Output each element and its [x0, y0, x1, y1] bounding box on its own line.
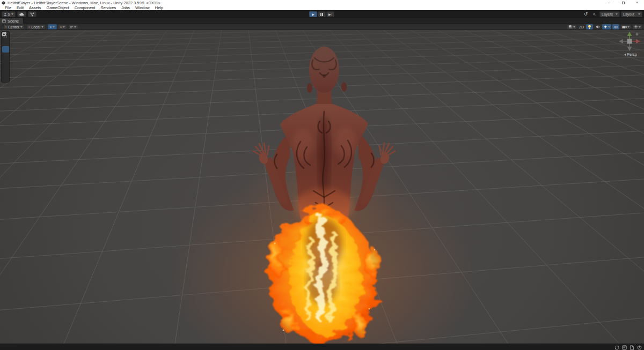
gizmos-icon — [634, 25, 638, 29]
account-dropdown[interactable]: S — [2, 11, 16, 17]
chevron-down-icon — [639, 26, 641, 28]
unity-logo-icon — [2, 1, 5, 5]
menu-component[interactable]: Component — [72, 5, 98, 10]
lighting-toggle[interactable] — [586, 24, 593, 29]
projection-label: Persp — [627, 53, 636, 56]
chevron-down-icon — [627, 26, 630, 28]
audio-icon — [596, 25, 600, 29]
2d-toggle[interactable]: 2D — [578, 24, 585, 29]
titlebar: HellfritSlayer - HellfritSlayerScene - W… — [0, 0, 644, 5]
sync-icon[interactable] — [614, 345, 619, 350]
gizmo-center-cube[interactable] — [627, 39, 632, 44]
chevron-down-icon — [74, 26, 76, 28]
pivot-icon — [5, 25, 7, 29]
chevron-down-icon — [20, 26, 23, 28]
menu-help[interactable]: Help — [152, 5, 166, 10]
snap-icon — [60, 25, 62, 29]
axis-neg-x-cone[interactable] — [619, 39, 623, 43]
account-label: S — [8, 12, 10, 16]
gizmos-dropdown[interactable] — [632, 24, 642, 29]
menu-edit[interactable]: Edit — [14, 5, 26, 10]
chevron-down-icon — [616, 13, 618, 15]
pause-button[interactable] — [318, 11, 326, 17]
2d-label: 2D — [579, 25, 584, 29]
chevron-down-icon — [63, 26, 65, 28]
orientation-icon — [28, 25, 30, 29]
scene-overlay-toolbar: Center Local 2D — [0, 24, 644, 30]
layers-label: Layers — [602, 12, 613, 16]
scene-view-controls: 2D — [567, 24, 642, 29]
layers-dropdown[interactable]: Layers — [599, 11, 620, 17]
maximize-icon — [622, 2, 625, 4]
pivot-dropdown[interactable]: Center — [3, 24, 25, 29]
scale-tool-button[interactable] — [2, 60, 9, 66]
camera-settings-icon — [622, 25, 627, 29]
pane-icon — [2, 19, 6, 23]
orientation-dropdown[interactable]: Local — [26, 24, 46, 29]
maximize-button[interactable] — [616, 0, 630, 5]
grid-visibility-icon — [50, 25, 52, 29]
log-icon[interactable] — [630, 345, 634, 350]
menu-services[interactable]: Services — [98, 5, 119, 10]
scene-orientation-gizmo — [619, 32, 640, 51]
search-button[interactable] — [591, 11, 598, 17]
account-icon — [4, 12, 6, 16]
scene-visibility-toggle[interactable] — [612, 24, 619, 29]
main-toolbar: S ▶ ▶ ↺ Layers Layout — [0, 10, 644, 18]
scene-view[interactable]: Persp — [0, 30, 644, 344]
orientation-label: Local — [31, 25, 40, 29]
camera-settings-dropdown[interactable] — [620, 24, 631, 29]
scene-tab-label: Scene — [8, 19, 19, 24]
step-icon: ▶ — [328, 13, 332, 16]
play-button[interactable]: ▶ — [309, 11, 317, 17]
unity-editor-window: HellfritSlayer - HellfritSlayerScene - W… — [0, 0, 644, 350]
cloud-icon — [19, 12, 24, 16]
move-snap-icon — [70, 25, 73, 29]
layout-dropdown[interactable]: Layout — [621, 11, 642, 17]
play-icon: ▶ — [312, 13, 314, 16]
transform-icon — [2, 32, 6, 36]
effects-dropdown[interactable] — [602, 24, 611, 29]
tab-scene[interactable]: Scene — [0, 18, 24, 24]
chevron-down-icon — [573, 26, 575, 28]
draw-mode-icon — [568, 25, 573, 29]
axis-x-cone[interactable] — [636, 39, 640, 43]
minimize-button[interactable]: – — [602, 0, 616, 5]
version-control-button[interactable] — [28, 11, 36, 17]
snap-dropdown[interactable] — [58, 24, 67, 29]
menu-assets[interactable]: Assets — [26, 5, 44, 10]
search-icon — [593, 12, 596, 17]
menu-jobs[interactable]: Jobs — [119, 5, 133, 10]
visibility-icon — [613, 25, 618, 29]
play-controls: ▶ ▶ — [309, 11, 334, 17]
menu-window[interactable]: Window — [133, 5, 152, 10]
console-icon[interactable] — [622, 345, 627, 350]
move-snap-dropdown[interactable] — [68, 24, 78, 29]
menu-gameobject[interactable]: GameObject — [44, 5, 72, 10]
activity-icon[interactable] — [637, 345, 642, 350]
pivot-label: Center — [8, 25, 19, 29]
step-button[interactable]: ▶ — [326, 11, 334, 17]
undo-history-button[interactable]: ↺ — [582, 11, 589, 17]
close-button[interactable]: × — [630, 0, 644, 5]
projection-toggle[interactable]: Persp — [618, 53, 643, 56]
menu-file[interactable]: File — [2, 5, 14, 10]
move-tool-button[interactable] — [2, 46, 9, 53]
transform-tool-button[interactable] — [2, 74, 9, 80]
chevron-down-icon — [11, 13, 13, 15]
axis-z-ball[interactable] — [636, 33, 639, 36]
draw-mode-dropdown[interactable] — [567, 24, 577, 29]
window-title: HellfritSlayer - HellfritSlayerScene - W… — [8, 1, 160, 5]
view-tool-button[interactable] — [2, 39, 9, 46]
rotate-tool-button[interactable] — [2, 53, 9, 59]
statusbar — [0, 344, 644, 350]
projection-arrow-icon — [624, 54, 626, 56]
scene-canvas[interactable] — [0, 30, 644, 344]
chevron-down-icon — [41, 26, 43, 28]
services-icon — [30, 12, 34, 17]
rect-tool-button[interactable] — [2, 67, 9, 73]
cloud-button[interactable] — [17, 11, 26, 17]
audio-toggle[interactable] — [594, 24, 601, 29]
effects-icon — [603, 25, 608, 29]
grid-visibility-dropdown[interactable] — [48, 24, 57, 29]
